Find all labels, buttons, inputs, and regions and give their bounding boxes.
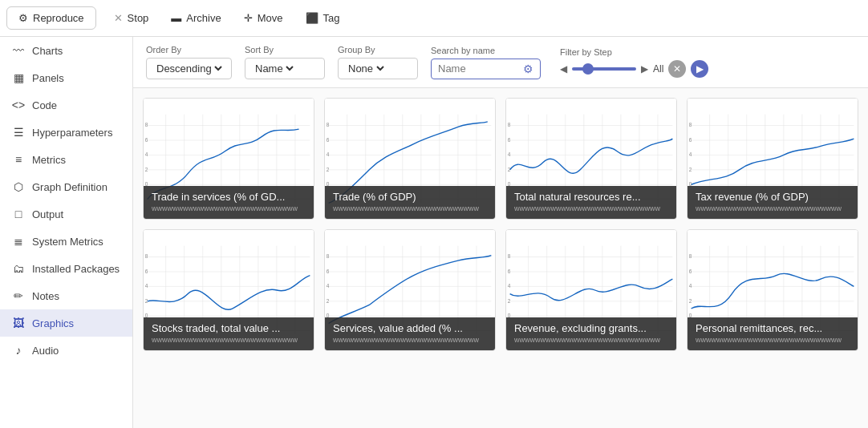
- sidebar-icon-graph-definition: ⬡: [11, 180, 26, 193]
- sidebar-item-graphics[interactable]: 🖼 Graphics: [0, 309, 132, 337]
- svg-text:4: 4: [508, 283, 511, 289]
- svg-text:8: 8: [508, 253, 511, 259]
- sidebar-label-audio: Audio: [32, 345, 59, 357]
- chart-card[interactable]: 8 6 4 2 0 Total natural resources re... …: [505, 98, 677, 220]
- sidebar-label-hyperparameters: Hyperparameters: [32, 127, 112, 139]
- chart-subtitle: wwwwwwwwwwwwwwwwwwwwwwwwwwww: [333, 204, 487, 212]
- chart-card[interactable]: 8 6 4 2 0 Trade in services (% of GD... …: [143, 98, 314, 220]
- sidebar-item-output[interactable]: □ Output: [0, 200, 132, 228]
- sidebar-item-graph-definition[interactable]: ⬡ Graph Definition: [0, 173, 132, 200]
- archive-button[interactable]: ▬ Archive: [160, 7, 232, 29]
- sort-by-select[interactable]: Name Date Type: [252, 62, 296, 75]
- chart-footer: Services, value added (% ... wwwwwwwwwww…: [325, 317, 495, 350]
- chart-subtitle: wwwwwwwwwwwwwwwwwwwwwwwwwwww: [514, 336, 668, 344]
- chart-footer: Personal remittances, rec... wwwwwwwwwww…: [688, 317, 858, 350]
- search-label: Search by name: [431, 46, 541, 55]
- sidebar-icon-hyperparameters: ☰: [11, 126, 26, 139]
- svg-text:2: 2: [327, 298, 330, 304]
- order-by-group: Order By Descending Ascending: [146, 45, 232, 79]
- sidebar-icon-code: <>: [11, 99, 26, 111]
- sidebar-label-graphics: Graphics: [32, 317, 74, 329]
- group-by-select-wrap[interactable]: None Type Tag: [338, 58, 418, 79]
- step-controls: ◀ ▶ All ✕ ▶: [560, 60, 708, 78]
- settings-icon[interactable]: ⚙: [523, 63, 533, 75]
- sidebar-label-notes: Notes: [32, 290, 59, 302]
- svg-text:2: 2: [327, 167, 330, 172]
- order-by-label: Order By: [146, 45, 232, 55]
- svg-text:6: 6: [508, 269, 511, 274]
- step-right-arrow[interactable]: ▶: [641, 63, 648, 75]
- sidebar-label-metrics: Metrics: [32, 154, 66, 166]
- svg-text:2: 2: [145, 167, 148, 172]
- sidebar-icon-system-metrics: ≣: [11, 235, 26, 248]
- svg-text:2: 2: [508, 298, 511, 304]
- sidebar-item-notes[interactable]: ✏ Notes: [0, 282, 132, 309]
- svg-text:4: 4: [327, 283, 330, 289]
- sidebar-label-system-metrics: System Metrics: [32, 236, 103, 248]
- chart-footer: Total natural resources re... wwwwwwwwww…: [506, 186, 676, 219]
- step-slider[interactable]: [572, 67, 636, 71]
- svg-text:4: 4: [689, 151, 692, 157]
- sidebar-item-code[interactable]: <> Code: [0, 91, 132, 119]
- group-by-label: Group By: [338, 45, 418, 55]
- sidebar-label-panels: Panels: [32, 72, 64, 84]
- sidebar-icon-notes: ✏: [11, 289, 26, 302]
- chart-footer: Trade in services (% of GD... wwwwwwwwww…: [144, 186, 314, 219]
- step-close-button[interactable]: ✕: [668, 60, 686, 78]
- chart-title: Revenue, excluding grants...: [514, 322, 668, 334]
- order-by-select-wrap[interactable]: Descending Ascending: [146, 58, 232, 79]
- order-by-select[interactable]: Descending Ascending: [153, 62, 225, 75]
- charts-grid: 8 6 4 2 0 Trade in services (% of GD... …: [133, 88, 868, 428]
- svg-text:6: 6: [145, 269, 148, 274]
- sort-by-group: Sort By Name Date Type: [245, 45, 325, 79]
- sidebar-item-charts[interactable]: 〰 Charts: [0, 37, 132, 64]
- sidebar-item-hyperparameters[interactable]: ☰ Hyperparameters: [0, 119, 132, 146]
- search-input[interactable]: [438, 63, 518, 75]
- move-button[interactable]: ✛ Move: [233, 7, 294, 29]
- move-icon: ✛: [244, 12, 253, 24]
- sidebar-label-code: Code: [32, 99, 57, 111]
- chart-footer: Stocks traded, total value ... wwwwwwwww…: [144, 317, 314, 350]
- chart-card[interactable]: 8 6 4 2 0 Personal remittances, rec... w…: [687, 229, 858, 351]
- svg-text:8: 8: [327, 253, 330, 259]
- svg-text:6: 6: [689, 269, 692, 274]
- chart-subtitle: wwwwwwwwwwwwwwwwwwwwwwwwwwww: [696, 336, 850, 344]
- search-input-wrap[interactable]: ⚙: [431, 59, 541, 79]
- group-by-group: Group By None Type Tag: [338, 45, 418, 79]
- stop-button[interactable]: ✕ Stop: [103, 7, 160, 29]
- svg-text:6: 6: [327, 269, 330, 274]
- sort-by-select-wrap[interactable]: Name Date Type: [245, 58, 325, 79]
- sidebar-label-charts: Charts: [32, 45, 63, 57]
- svg-text:6: 6: [689, 137, 692, 143]
- sidebar: 〰 Charts ▦ Panels <> Code ☰ Hyperparamet…: [0, 37, 133, 428]
- step-play-button[interactable]: ▶: [691, 60, 708, 78]
- chart-title: Trade in services (% of GD...: [152, 191, 306, 203]
- sidebar-label-installed-packages: Installed Packages: [32, 263, 120, 275]
- sidebar-item-audio[interactable]: ♪ Audio: [0, 337, 132, 364]
- sidebar-icon-charts: 〰: [11, 44, 26, 57]
- svg-text:8: 8: [508, 122, 511, 127]
- chart-card[interactable]: 8 6 4 2 0 Stocks traded, total value ...…: [143, 229, 314, 351]
- reproduce-button[interactable]: ⚙ Reproduce: [6, 6, 96, 30]
- step-left-arrow[interactable]: ◀: [560, 63, 567, 75]
- sidebar-item-metrics[interactable]: ≡ Metrics: [0, 146, 132, 173]
- sidebar-icon-graphics: 🖼: [11, 317, 26, 329]
- sidebar-item-panels[interactable]: ▦ Panels: [0, 64, 132, 91]
- chart-card[interactable]: 8 6 4 2 0 Tax revenue (% of GDP) wwwwwww…: [687, 98, 858, 220]
- sidebar-item-system-metrics[interactable]: ≣ System Metrics: [0, 228, 132, 255]
- tag-button[interactable]: ⬛ Tag: [294, 7, 351, 29]
- filter-step-group: Filter by Step ◀ ▶ All ✕ ▶: [560, 47, 708, 78]
- svg-text:4: 4: [508, 151, 511, 157]
- chart-subtitle: wwwwwwwwwwwwwwwwwwwwwwwwwwww: [152, 204, 306, 212]
- chart-canvas: 8 6 4 2 0 Total natural resources re... …: [506, 99, 676, 219]
- chart-footer: Revenue, excluding grants... wwwwwwwwwww…: [506, 317, 676, 350]
- group-by-select[interactable]: None Type Tag: [345, 62, 387, 75]
- chart-card[interactable]: 8 6 4 2 0 Services, value added (% ... w…: [324, 229, 496, 351]
- sidebar-item-installed-packages[interactable]: 🗂 Installed Packages: [0, 255, 132, 282]
- chart-card[interactable]: 8 6 4 2 0 Revenue, excluding grants... w…: [505, 229, 677, 351]
- chart-card[interactable]: 8 6 4 2 0 Trade (% of GDP) wwwwwwwwwwwww…: [324, 98, 496, 220]
- svg-text:8: 8: [689, 122, 692, 127]
- chart-title: Total natural resources re...: [514, 191, 668, 203]
- sidebar-icon-audio: ♪: [11, 344, 26, 357]
- chart-subtitle: wwwwwwwwwwwwwwwwwwwwwwwwwwww: [333, 336, 487, 344]
